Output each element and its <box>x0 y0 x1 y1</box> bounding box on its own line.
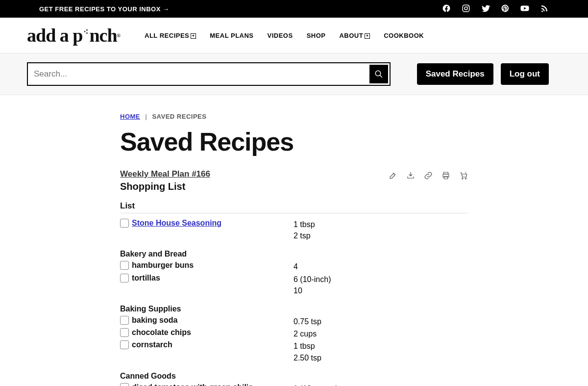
item-qty: 6 (10-inch) <box>294 274 468 285</box>
item-checkbox[interactable] <box>120 383 129 386</box>
shopping-sections: Stone House Seasoning1 tbsp2 tspBakery a… <box>120 218 468 386</box>
item-qty: 4 <box>294 261 468 272</box>
nav-meal-plans[interactable]: MEAL PLANS <box>210 32 253 39</box>
inbox-cta-link[interactable]: GET FREE RECIPES TO YOUR INBOX → <box>39 5 169 13</box>
category-heading: Baking Supplies <box>120 305 468 313</box>
logout-button[interactable]: Log out <box>501 63 549 85</box>
edit-icon[interactable] <box>389 171 397 180</box>
logo-text-b: nch <box>89 25 117 46</box>
item-checkbox[interactable] <box>120 219 129 228</box>
item-qty: 1 (10-ounce) can <box>294 383 468 386</box>
search-input[interactable] <box>28 63 368 85</box>
link-icon[interactable] <box>424 171 433 180</box>
category-heading: Canned Goods <box>120 372 468 381</box>
nav-links: ALL RECIPES+ MEAL PLANS VIDEOS SHOP ABOU… <box>145 32 424 39</box>
item-qty: 2 tsp <box>294 230 468 241</box>
nav-about[interactable]: ABOUT+ <box>339 32 370 39</box>
item-name: chocolate chips <box>132 328 294 337</box>
list-item: Stone House Seasoning1 tbsp2 tsp <box>120 218 468 242</box>
list-item: cornstarch1 tbsp2.50 tsp <box>120 340 468 363</box>
item-qty-col: 1 tbsp2.50 tsp <box>294 340 468 363</box>
category-heading: Bakery and Bread <box>120 250 468 258</box>
page-title: Saved Recipes <box>120 127 468 156</box>
breadcrumb: HOME | SAVED RECIPES <box>120 113 468 120</box>
site-logo[interactable]: add a pnch® <box>27 25 120 46</box>
svg-point-3 <box>375 71 381 76</box>
item-qty: 10 <box>294 285 468 296</box>
breadcrumb-home[interactable]: HOME <box>120 113 140 120</box>
breadcrumb-current: SAVED RECIPES <box>152 113 206 120</box>
item-qty: 1 tbsp <box>294 219 468 230</box>
item-qty-col: 4 <box>294 261 468 272</box>
logo-reg: ® <box>117 33 120 38</box>
nav-shop[interactable]: SHOP <box>307 32 326 39</box>
item-checkbox[interactable] <box>120 328 129 337</box>
meal-plan-link[interactable]: Weekly Meal Plan #166 <box>120 169 210 179</box>
nav-all-recipes[interactable]: ALL RECIPES+ <box>145 32 196 39</box>
item-qty-col: 1 (10-ounce) can <box>294 383 468 386</box>
pinterest-icon[interactable] <box>501 4 510 14</box>
item-name-link[interactable]: Stone House Seasoning <box>132 219 294 228</box>
search-box <box>27 62 391 86</box>
item-checkbox[interactable] <box>120 274 129 283</box>
svg-point-8 <box>462 178 463 179</box>
svg-point-9 <box>465 178 466 179</box>
youtube-icon[interactable] <box>520 4 529 14</box>
twitter-icon[interactable] <box>481 4 490 14</box>
item-name: tortillas <box>132 274 294 283</box>
saved-recipes-button[interactable]: Saved Recipes <box>417 63 493 85</box>
cart-icon[interactable] <box>459 171 468 180</box>
item-name: diced tomatoes with green chilis <box>132 383 294 386</box>
svg-rect-7 <box>444 177 448 179</box>
item-checkbox[interactable] <box>120 340 129 349</box>
nav-videos[interactable]: VIDEOS <box>268 32 293 39</box>
item-qty: 1 tbsp <box>294 340 468 352</box>
item-qty-col: 2 cups <box>294 328 468 339</box>
list-item: diced tomatoes with green chilis1 (10-ou… <box>120 383 468 386</box>
breadcrumb-sep: | <box>145 113 147 120</box>
item-qty-col: 0.75 tsp <box>294 316 468 327</box>
search-icon <box>374 70 383 78</box>
facebook-icon[interactable] <box>442 4 451 14</box>
nav-cookbook[interactable]: COOKBOOK <box>384 32 424 39</box>
main-content: HOME | SAVED RECIPES Saved Recipes Weekl… <box>120 95 468 386</box>
item-qty: 2 cups <box>294 328 468 339</box>
list-item: tortillas6 (10-inch)10 <box>120 273 468 297</box>
search-row: Saved Recipes Log out <box>0 53 588 95</box>
instagram-icon[interactable] <box>462 4 470 14</box>
list-item: hamburger buns4 <box>120 260 468 273</box>
item-qty-col: 1 tbsp2 tsp <box>294 219 468 241</box>
rss-icon[interactable] <box>540 4 549 14</box>
social-links <box>442 4 549 14</box>
search-button[interactable] <box>369 65 388 83</box>
logo-dots-icon <box>83 18 88 39</box>
item-checkbox[interactable] <box>120 316 129 325</box>
download-icon[interactable] <box>406 171 415 180</box>
item-name: cornstarch <box>132 340 294 349</box>
main-nav: add a pnch® ALL RECIPES+ MEAL PLANS VIDE… <box>0 18 588 53</box>
item-qty-col: 6 (10-inch)10 <box>294 274 468 296</box>
item-qty: 2.50 tsp <box>294 352 468 363</box>
item-name: hamburger buns <box>132 261 294 270</box>
section-label-list: List <box>120 201 468 213</box>
plus-icon: + <box>191 33 196 39</box>
item-checkbox[interactable] <box>120 261 129 270</box>
top-promo-bar: GET FREE RECIPES TO YOUR INBOX → <box>0 0 588 18</box>
shopping-list-title: Shopping List <box>120 181 210 192</box>
list-item: baking soda0.75 tsp <box>120 315 468 328</box>
svg-point-1 <box>465 7 467 10</box>
print-icon[interactable] <box>441 171 450 180</box>
item-name: baking soda <box>132 316 294 325</box>
list-header: Weekly Meal Plan #166 Shopping List <box>120 169 468 192</box>
item-qty: 0.75 tsp <box>294 316 468 327</box>
svg-point-2 <box>467 5 468 6</box>
list-toolbar <box>389 171 468 180</box>
logo-text-a: add a p <box>27 25 82 46</box>
svg-line-4 <box>380 75 382 77</box>
plus-icon: + <box>365 33 370 39</box>
list-item: chocolate chips2 cups <box>120 328 468 340</box>
